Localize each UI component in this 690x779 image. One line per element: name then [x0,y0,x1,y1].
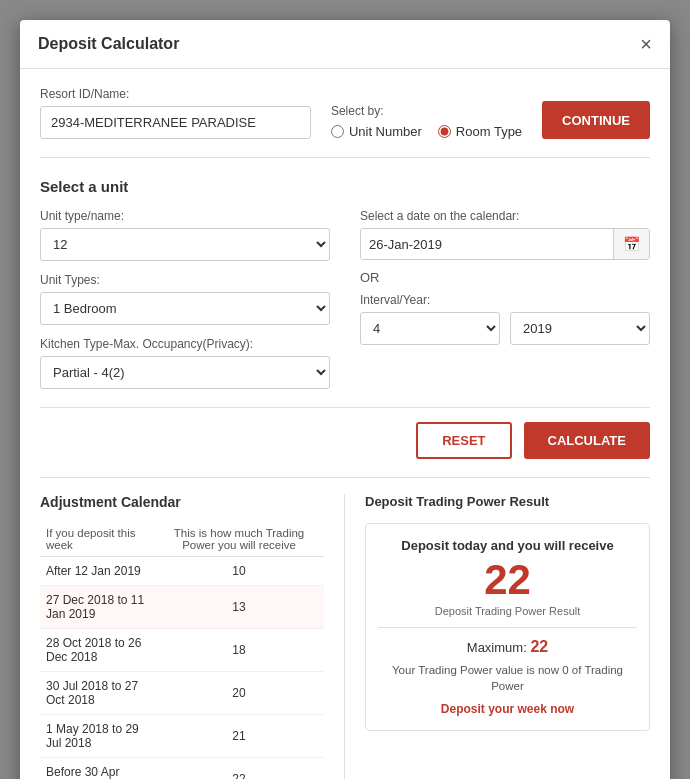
deposit-today-title: Deposit today and you will receive [378,538,637,553]
deposit-today-box: Deposit today and you will receive 22 De… [365,523,650,731]
resort-section: Resort ID/Name: Select by: Unit Number R… [40,87,650,158]
week-cell: After 12 Jan 2019 [40,557,154,586]
col2-header: This is how much Trading Power you will … [154,522,324,557]
maximum-row: Maximum: 22 [378,638,637,656]
trading-result-section: Deposit Trading Power Result Deposit tod… [345,494,650,779]
modal-header: Deposit Calculator × [20,20,670,69]
modal-body: Resort ID/Name: Select by: Unit Number R… [20,69,670,779]
adj-table-body: After 12 Jan 20191027 Dec 2018 to 11 Jan… [40,557,324,780]
power-cell: 21 [154,715,324,758]
radio-room-type[interactable]: Room Type [438,124,522,139]
table-row: Before 30 Apr 201822 [40,758,324,780]
deposit-now-link[interactable]: Deposit your week now [378,702,637,716]
radio-room-type-input[interactable] [438,125,451,138]
power-cell: 18 [154,629,324,672]
week-cell[interactable]: 27 Dec 2018 to 11 Jan 2019 [40,586,154,629]
adjustment-calendar: Adjustment Calendar If you deposit this … [40,494,345,779]
maximum-value: 22 [530,638,548,655]
unit-types-select[interactable]: 1 Bedroom [40,292,330,325]
date-label: Select a date on the calendar: [360,209,650,223]
maximum-label: Maximum: [467,640,527,655]
radio-unit-number-label: Unit Number [349,124,422,139]
year-select[interactable]: 2019 [510,312,650,345]
radio-unit-number-input[interactable] [331,125,344,138]
select-by-section: Select by: Unit Number Room Type [331,104,522,139]
kitchen-label: Kitchen Type-Max. Occupancy(Privacy): [40,337,330,351]
select-unit-section: Select a unit Unit type/name: 12 Unit Ty… [40,178,650,459]
week-cell[interactable]: Before 30 Apr 2018 [40,758,154,780]
left-column: Unit type/name: 12 Unit Types: 1 Bedroom… [40,209,330,389]
radio-group: Unit Number Room Type [331,124,522,139]
resort-field: Resort ID/Name: [40,87,311,139]
date-input-wrap: 📅 [360,228,650,260]
or-text: OR [360,270,650,285]
kitchen-select[interactable]: Partial - 4(2) [40,356,330,389]
power-cell: 10 [154,557,324,586]
interval-field: Interval/Year: 4 2019 [360,293,650,345]
radio-room-type-label: Room Type [456,124,522,139]
table-row: 28 Oct 2018 to 26 Dec 201818 [40,629,324,672]
kitchen-field: Kitchen Type-Max. Occupancy(Privacy): Pa… [40,337,330,389]
table-row: 30 Jul 2018 to 27 Oct 201820 [40,672,324,715]
week-cell[interactable]: 30 Jul 2018 to 27 Oct 2018 [40,672,154,715]
date-field: Select a date on the calendar: 📅 [360,209,650,260]
reset-button[interactable]: RESET [416,422,511,459]
bottom-section: Adjustment Calendar If you deposit this … [40,477,650,779]
trading-power-desc: Your Trading Power value is now 0 of Tra… [378,662,637,694]
big-number: 22 [378,559,637,601]
unit-type-select[interactable]: 12 [40,228,330,261]
calculate-button[interactable]: CALCULATE [524,422,650,459]
right-column: Select a date on the calendar: 📅 OR Inte… [360,209,650,389]
interval-row: 4 2019 [360,312,650,345]
interval-select[interactable]: 4 [360,312,500,345]
table-row: 27 Dec 2018 to 11 Jan 201913 [40,586,324,629]
unit-types-label: Unit Types: [40,273,330,287]
unit-type-label: Unit type/name: [40,209,330,223]
close-button[interactable]: × [640,34,652,54]
deposit-calculator-modal: Deposit Calculator × Resort ID/Name: Sel… [20,20,670,779]
select-unit-title: Select a unit [40,178,650,195]
unit-grid: Unit type/name: 12 Unit Types: 1 Bedroom… [40,209,650,389]
trading-result-title: Deposit Trading Power Result [365,494,650,509]
adjustment-calendar-title: Adjustment Calendar [40,494,324,510]
interval-label: Interval/Year: [360,293,650,307]
resort-input[interactable] [40,106,311,139]
result-label: Deposit Trading Power Result [378,605,637,617]
select-by-label: Select by: [331,104,522,118]
adjustment-table: If you deposit this week This is how muc… [40,522,324,779]
table-row: 1 May 2018 to 29 Jul 201821 [40,715,324,758]
date-input[interactable] [361,230,613,259]
table-header-row: If you deposit this week This is how muc… [40,522,324,557]
power-cell: 20 [154,672,324,715]
modal-title: Deposit Calculator [38,35,179,53]
resort-label: Resort ID/Name: [40,87,311,101]
unit-types-field: Unit Types: 1 Bedroom [40,273,330,325]
power-cell: 22 [154,758,324,780]
week-cell[interactable]: 28 Oct 2018 to 26 Dec 2018 [40,629,154,672]
continue-button[interactable]: CONTINUE [542,101,650,139]
unit-type-field: Unit type/name: 12 [40,209,330,261]
power-cell: 13 [154,586,324,629]
radio-unit-number[interactable]: Unit Number [331,124,422,139]
action-buttons: RESET CALCULATE [40,407,650,459]
col1-header: If you deposit this week [40,522,154,557]
divider [378,627,637,628]
table-row: After 12 Jan 201910 [40,557,324,586]
week-cell[interactable]: 1 May 2018 to 29 Jul 2018 [40,715,154,758]
calendar-icon-button[interactable]: 📅 [613,229,649,259]
